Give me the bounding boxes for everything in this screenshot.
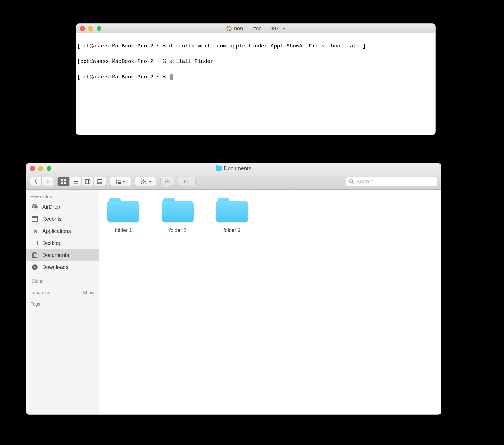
gallery-icon xyxy=(97,178,103,185)
applications-icon xyxy=(31,227,39,235)
minimize-icon[interactable] xyxy=(88,26,93,31)
sidebar-section-favourites[interactable]: Favourites xyxy=(26,192,99,201)
desktop-icon xyxy=(31,239,39,247)
action-button[interactable] xyxy=(135,177,156,186)
sidebar-item-label: Recents xyxy=(42,216,62,222)
sidebar-item-desktop[interactable]: Desktop xyxy=(26,237,99,249)
home-icon: 🏠 xyxy=(226,25,232,32)
sidebar-item-label: AirDrop xyxy=(42,204,60,210)
svg-rect-17 xyxy=(118,180,121,181)
svg-rect-0 xyxy=(61,179,63,181)
svg-point-20 xyxy=(143,181,144,182)
recents-icon xyxy=(31,215,39,223)
zoom-icon[interactable] xyxy=(97,26,101,31)
folder-item[interactable]: folder 3 xyxy=(213,198,251,233)
svg-rect-29 xyxy=(32,241,38,245)
search-icon xyxy=(349,179,354,184)
minimize-icon[interactable] xyxy=(38,166,43,171)
sidebar-item-label: Documents xyxy=(42,252,69,258)
share-button[interactable] xyxy=(160,177,174,186)
column-view-button[interactable] xyxy=(82,177,94,186)
sidebar-item-recents[interactable]: Recents xyxy=(26,213,99,225)
finder-sidebar: Favourites AirDrop Recents Applications xyxy=(26,190,99,414)
svg-line-24 xyxy=(352,182,354,184)
sidebar-item-documents[interactable]: Documents xyxy=(26,249,99,261)
svg-rect-3 xyxy=(64,182,66,184)
share-icon xyxy=(164,178,170,185)
airdrop-icon xyxy=(31,203,39,211)
svg-rect-1 xyxy=(64,179,66,181)
finder-window: Documents xyxy=(26,163,441,415)
finder-title: Documents xyxy=(224,165,251,172)
list-icon xyxy=(73,178,79,185)
sidebar-section-tags[interactable]: Tags xyxy=(26,300,99,309)
terminal-line: [bob@asass-MacBook-Pro-2 ~ % defaults wr… xyxy=(77,42,434,50)
sidebar-section-locations[interactable]: Locations Show xyxy=(26,289,99,297)
svg-rect-26 xyxy=(32,218,38,221)
gallery-view-button[interactable] xyxy=(94,177,106,186)
finder-titlebar[interactable]: Documents xyxy=(26,163,441,174)
folder-item[interactable]: folder 2 xyxy=(159,198,196,233)
terminal-traffic-lights xyxy=(76,26,101,31)
sidebar-item-label: Desktop xyxy=(42,240,62,246)
svg-rect-12 xyxy=(99,183,100,184)
tags-button[interactable] xyxy=(178,177,196,186)
terminal-titlebar[interactable]: 🏠 bob — -zsh — 89×13 xyxy=(76,24,435,33)
svg-point-22 xyxy=(185,181,186,182)
folder-icon xyxy=(216,198,248,222)
zoom-icon[interactable] xyxy=(47,166,51,171)
forward-button[interactable] xyxy=(42,177,53,186)
svg-rect-2 xyxy=(61,182,63,184)
nav-segment xyxy=(30,177,53,186)
sidebar-item-airdrop[interactable]: AirDrop xyxy=(26,201,99,213)
svg-rect-19 xyxy=(118,183,121,184)
folder-icon xyxy=(162,198,194,222)
svg-rect-11 xyxy=(98,183,99,184)
svg-rect-14 xyxy=(116,179,117,181)
group-button[interactable] xyxy=(110,177,131,186)
chevron-left-icon xyxy=(34,179,38,184)
terminal-body[interactable]: [bob@asass-MacBook-Pro-2 ~ % defaults wr… xyxy=(76,33,435,98)
chevron-down-icon xyxy=(148,180,151,183)
chevron-down-icon xyxy=(123,180,126,183)
cursor-icon xyxy=(170,74,173,80)
sidebar-show-button[interactable]: Show xyxy=(83,290,94,295)
group-icon xyxy=(115,178,121,185)
folder-label: folder 1 xyxy=(115,227,132,233)
sidebar-item-downloads[interactable]: Downloads xyxy=(26,261,99,273)
folder-label: folder 2 xyxy=(169,227,186,233)
icon-view-button[interactable] xyxy=(58,177,70,186)
svg-rect-15 xyxy=(116,182,117,183)
svg-rect-18 xyxy=(118,182,121,183)
terminal-window: 🏠 bob — -zsh — 89×13 [bob@asass-MacBook-… xyxy=(76,23,436,135)
svg-rect-16 xyxy=(118,180,121,180)
folder-icon xyxy=(216,166,222,171)
back-button[interactable] xyxy=(30,177,42,186)
close-icon[interactable] xyxy=(80,26,85,31)
finder-toolbar xyxy=(26,174,441,190)
finder-content[interactable]: folder 1 folder 2 folder 3 xyxy=(99,190,441,414)
view-segment xyxy=(57,177,106,186)
svg-rect-10 xyxy=(97,179,102,182)
chevron-right-icon xyxy=(46,179,49,184)
terminal-line: [bob@asass-MacBook-Pro-2 ~ % xyxy=(77,73,434,81)
svg-point-25 xyxy=(34,206,36,208)
folder-item[interactable]: folder 1 xyxy=(105,198,142,233)
sidebar-item-applications[interactable]: Applications xyxy=(26,225,99,237)
close-icon[interactable] xyxy=(30,166,35,171)
search-input[interactable] xyxy=(356,178,434,185)
folder-label: folder 3 xyxy=(223,227,241,233)
sidebar-section-icloud[interactable]: iCloud xyxy=(26,277,99,286)
documents-icon xyxy=(31,251,39,259)
svg-rect-7 xyxy=(85,179,90,184)
svg-point-23 xyxy=(349,179,353,182)
tag-icon xyxy=(184,178,190,185)
list-view-button[interactable] xyxy=(70,177,82,186)
downloads-icon xyxy=(31,263,39,271)
finder-traffic-lights xyxy=(26,166,51,171)
gear-icon xyxy=(140,178,147,185)
svg-rect-13 xyxy=(101,183,102,184)
folder-icon xyxy=(107,198,139,222)
search-field[interactable] xyxy=(346,177,437,186)
columns-icon xyxy=(85,178,91,185)
